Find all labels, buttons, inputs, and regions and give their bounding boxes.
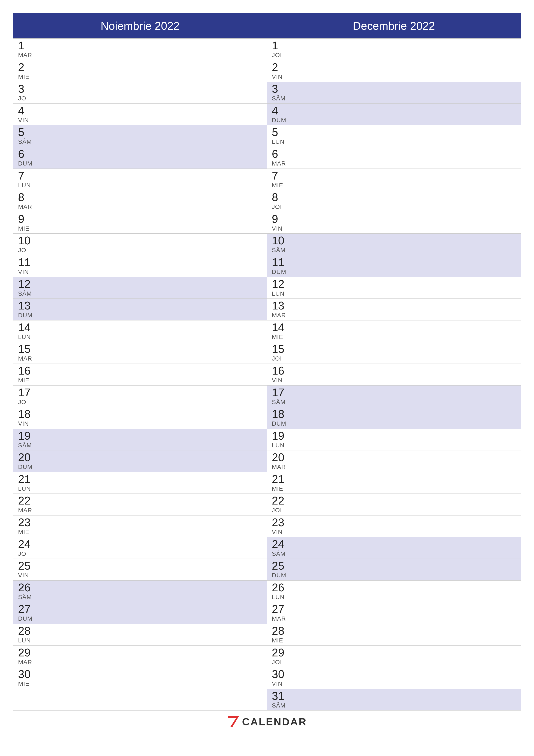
day-name: LUN <box>18 334 263 341</box>
day-number: 5 <box>272 126 517 138</box>
day-name: SÂM <box>18 594 263 601</box>
day-name: MAR <box>18 507 263 514</box>
nov-day-cell: 16MIE <box>13 364 267 385</box>
day-name: SÂM <box>272 247 517 254</box>
day-number: 17 <box>18 387 263 398</box>
day-name: MIE <box>272 334 517 341</box>
day-number: 22 <box>272 495 517 506</box>
day-number: 30 <box>272 668 517 680</box>
dec-day-cell: 15JOI <box>267 342 521 364</box>
day-number: 28 <box>272 625 517 636</box>
day-number: 23 <box>272 517 517 528</box>
nov-day-cell: 13DUM <box>13 299 267 320</box>
nov-day-cell: 18VIN <box>13 407 267 429</box>
day-number: 8 <box>18 192 263 203</box>
day-number: 11 <box>18 257 263 268</box>
day-number: 29 <box>18 647 263 658</box>
nov-day-cell: 2MIE <box>13 60 267 82</box>
day-number: 4 <box>18 105 263 116</box>
nov-day-cell: 3JOI <box>13 82 267 104</box>
month-header: Noiembrie 2022 <box>13 14 267 39</box>
day-number: 14 <box>272 322 517 333</box>
day-name: SÂM <box>272 550 517 557</box>
day-name: VIN <box>18 117 263 124</box>
dec-day-cell: 18DUM <box>267 407 521 429</box>
day-name: LUN <box>18 637 263 644</box>
day-name: VIN <box>18 420 263 427</box>
day-name: VIN <box>18 572 263 579</box>
day-name: MAR <box>18 659 263 666</box>
nov-day-cell: 17JOI <box>13 385 267 407</box>
nov-day-cell: 12SÂM <box>13 277 267 299</box>
day-name: MIE <box>272 637 517 644</box>
nov-day-cell: 19SÂM <box>13 429 267 450</box>
day-number: 8 <box>272 192 517 203</box>
day-name: SÂM <box>18 138 263 146</box>
day-number: 3 <box>18 83 263 94</box>
dec-day-cell: 7MIE <box>267 169 521 190</box>
dec-day-cell: 31SÂM <box>267 689 521 711</box>
day-number: 5 <box>18 126 263 138</box>
nov-day-cell: 25VIN <box>13 559 267 580</box>
nov-day-cell: 14LUN <box>13 320 267 342</box>
dec-day-cell: 24SÂM <box>267 537 521 559</box>
day-number: 22 <box>18 495 263 506</box>
day-number: 20 <box>18 452 263 463</box>
day-name: SÂM <box>272 702 517 709</box>
nov-day-cell: 4VIN <box>13 103 267 125</box>
day-number: 19 <box>18 430 263 441</box>
day-name: MAR <box>18 355 263 362</box>
day-name: MIE <box>18 225 263 232</box>
day-name: MIE <box>18 377 263 384</box>
dec-day-cell: 6MAR <box>267 147 521 169</box>
day-name: VIN <box>18 268 263 276</box>
day-number: 31 <box>272 690 517 701</box>
day-name: JOI <box>18 550 263 557</box>
day-name: VIN <box>272 73 517 81</box>
day-name: JOI <box>272 659 517 666</box>
dec-day-cell: 20MAR <box>267 450 521 472</box>
day-number: 7 <box>18 170 263 181</box>
day-number: 2 <box>18 62 263 73</box>
day-number: 19 <box>272 430 517 441</box>
day-name: JOI <box>272 51 517 59</box>
dec-day-cell: 16VIN <box>267 364 521 385</box>
svg-marker-0 <box>228 716 239 727</box>
dec-day-cell: 14MIE <box>267 320 521 342</box>
day-name: DUM <box>272 117 517 124</box>
day-name: VIN <box>272 377 517 384</box>
nov-day-cell: 6DUM <box>13 147 267 169</box>
day-number: 27 <box>18 604 263 615</box>
day-number: 15 <box>272 343 517 355</box>
day-name: MAR <box>272 615 517 622</box>
nov-day-cell: 21LUN <box>13 472 267 494</box>
day-name: LUN <box>272 594 517 601</box>
nov-day-cell: 26SÂM <box>13 580 267 602</box>
nov-day-cell: 10JOI <box>13 233 267 256</box>
dec-day-cell: 21MIE <box>267 472 521 494</box>
dec-day-cell: 23VIN <box>267 516 521 537</box>
day-number: 13 <box>18 300 263 311</box>
day-number: 3 <box>272 83 517 94</box>
day-number: 27 <box>272 604 517 615</box>
nov-day-cell: 8MAR <box>13 190 267 212</box>
day-name: MIE <box>18 73 263 81</box>
day-name: DUM <box>18 311 263 319</box>
dec-day-cell: 3SÂM <box>267 82 521 104</box>
nov-day-cell: 29MAR <box>13 645 267 667</box>
day-number: 23 <box>18 517 263 528</box>
day-number: 26 <box>18 582 263 593</box>
day-number: 21 <box>272 473 517 485</box>
dec-day-cell: 2VIN <box>267 60 521 82</box>
dec-day-cell: 13MAR <box>267 299 521 320</box>
seven-logo-icon <box>227 715 240 728</box>
day-number: 9 <box>18 213 263 225</box>
day-name: VIN <box>272 680 517 688</box>
day-name: JOI <box>18 95 263 102</box>
day-number: 1 <box>272 40 517 51</box>
dec-day-cell: 10SÂM <box>267 233 521 256</box>
footer-logo: CALENDAR <box>227 715 307 728</box>
day-number: 29 <box>272 647 517 658</box>
day-number: 30 <box>18 668 263 680</box>
dec-day-cell: 27MAR <box>267 602 521 624</box>
